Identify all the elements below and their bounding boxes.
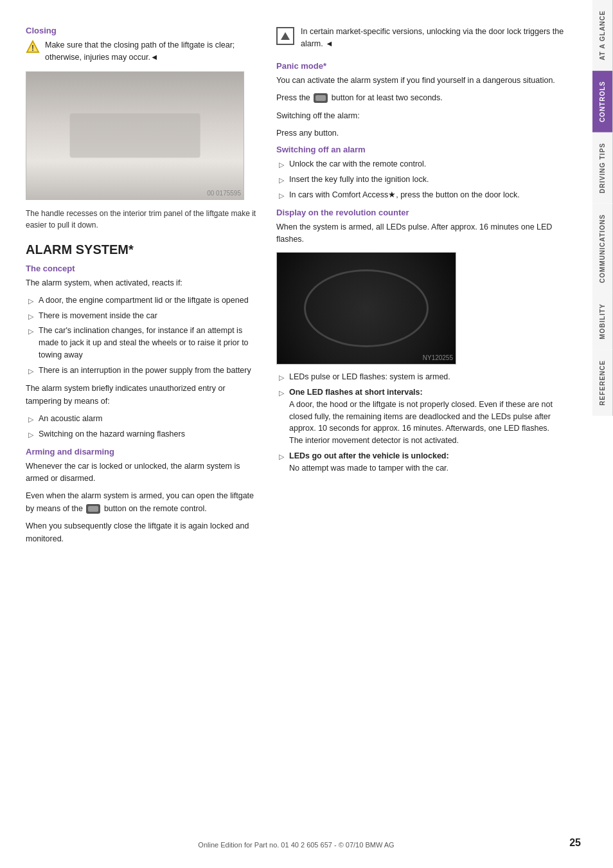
- switching-heading: Switching off an alarm: [276, 145, 577, 154]
- bullet-icon: ▷: [28, 429, 33, 440]
- list-item: ▷ In cars with Comfort Access★, press th…: [276, 189, 577, 201]
- warning-box: ! Make sure that the closing path of the…: [26, 39, 257, 64]
- note-row: In certain market-specific versions, unl…: [276, 26, 577, 56]
- page-footer: Online Edition for Part no. 01 40 2 605 …: [0, 841, 592, 849]
- closing-heading: Closing: [26, 26, 257, 35]
- warning-icon: !: [26, 40, 40, 54]
- warning-text: Make sure that the closing path of the l…: [45, 39, 257, 64]
- display-para: When the system is armed, all LEDs pulse…: [276, 221, 577, 246]
- tamper-bullets: ▷ An acoustic alarm ▷ Switching on the h…: [26, 413, 257, 440]
- panic-para4: Press any button.: [276, 127, 577, 140]
- page-number: 25: [569, 837, 581, 849]
- bullet-icon: ▷: [279, 175, 284, 186]
- list-item: ▷ The car's inclination changes, for ins…: [26, 325, 257, 361]
- sidebar-tab-mobility[interactable]: MOBILITY: [592, 293, 613, 350]
- list-item: ▷ There is movement inside the car: [26, 310, 257, 322]
- bullet-icon: ▷: [28, 296, 33, 307]
- alarm-system-heading: ALARM SYSTEM*: [26, 242, 257, 257]
- panic-button-icon: [314, 93, 328, 103]
- bullet-icon: ▷: [279, 190, 284, 201]
- arming-para3: When you subsequently close the liftgate…: [26, 520, 257, 545]
- arming-para1: Whenever the car is locked or unlocked, …: [26, 460, 257, 485]
- sidebar-tabs: AT A GLANCE CONTROLS DRIVING TIPS COMMUN…: [592, 0, 613, 868]
- sidebar-tab-controls[interactable]: CONTROLS: [592, 71, 613, 132]
- concept-heading: The concept: [26, 264, 257, 273]
- closing-section: Closing ! Make sure that the closing pat…: [26, 26, 257, 231]
- note-text: In certain market-specific versions, unl…: [301, 26, 577, 51]
- note-icon: [276, 27, 294, 45]
- panic-para2: Press the button for at least two second…: [276, 92, 577, 104]
- list-item: ▷ There is an interruption in the power …: [26, 365, 257, 377]
- panic-para1: You can activate the alarm system if you…: [276, 75, 577, 87]
- display-heading: Display on the revolution counter: [276, 208, 577, 217]
- list-item: ▷ Unlock the car with the remote control…: [276, 158, 577, 170]
- remote-button-icon: [86, 504, 100, 514]
- arming-para2: Even when the alarm system is armed, you…: [26, 490, 257, 515]
- svg-text:!: !: [31, 44, 34, 53]
- arming-section: Arming and disarming Whenever the car is…: [26, 447, 257, 545]
- arming-heading: Arming and disarming: [26, 447, 257, 457]
- bullet-icon: ▷: [279, 388, 284, 399]
- led-bullets: ▷ LEDs pulse or LED flashes: system is a…: [276, 371, 577, 474]
- list-item: ▷ A door, the engine compartment lid or …: [26, 294, 257, 307]
- bullet-icon: ▷: [28, 326, 33, 337]
- liftgate-caption: The handle recesses on the interior trim…: [26, 208, 257, 231]
- bullet-icon: ▷: [279, 159, 284, 170]
- bullet-icon: ▷: [28, 414, 33, 425]
- list-item: ▷ An acoustic alarm: [26, 413, 257, 425]
- bullet-icon: ▷: [279, 451, 284, 462]
- triangle-shape: [281, 32, 290, 40]
- list-item: ▷ Insert the key fully into the ignition…: [276, 174, 577, 186]
- panic-para3: Switching off the alarm:: [276, 110, 577, 122]
- concept-bullets: ▷ A door, the engine compartment lid or …: [26, 294, 257, 377]
- bullet-icon: ▷: [279, 372, 284, 383]
- switching-bullets: ▷ Unlock the car with the remote control…: [276, 158, 577, 201]
- display-section: Display on the revolution counter When t…: [276, 208, 577, 475]
- switching-section: Switching off an alarm ▷ Unlock the car …: [276, 145, 577, 201]
- panic-heading: Panic mode*: [276, 61, 577, 71]
- bullet-icon: ▷: [28, 366, 33, 377]
- sidebar-tab-driving-tips[interactable]: DRIVING TIPS: [592, 132, 613, 204]
- tamper-intro: The alarm system briefly indicates unaut…: [26, 383, 257, 408]
- sidebar-tab-communications[interactable]: COMMUNICATIONS: [592, 204, 613, 293]
- list-item: ▷ LEDs go out after the vehicle is unloc…: [276, 450, 577, 475]
- liftgate-image: 00 0175595: [26, 71, 244, 200]
- panic-mode-section: Panic mode* You can activate the alarm s…: [276, 61, 577, 140]
- concept-intro: The alarm system, when activated, reacts…: [26, 277, 257, 289]
- list-item: ▷ One LED flashes at short intervals: A …: [276, 386, 577, 447]
- bullet-icon: ▷: [28, 311, 33, 322]
- list-item: ▷ LEDs pulse or LED flashes: system is a…: [276, 371, 577, 383]
- sidebar-tab-at-a-glance[interactable]: AT A GLANCE: [592, 0, 613, 71]
- gauge-image: NY120255: [276, 252, 456, 365]
- list-item: ▷ Switching on the hazard warning flashe…: [26, 428, 257, 440]
- sidebar-tab-reference[interactable]: REFERENCE: [592, 350, 613, 416]
- concept-section: The concept The alarm system, when activ…: [26, 264, 257, 440]
